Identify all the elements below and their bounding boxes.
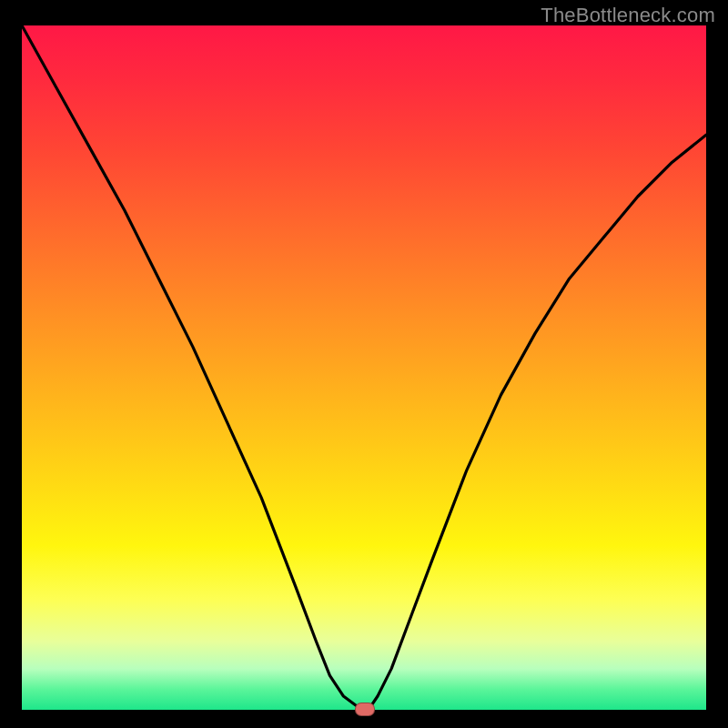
bottleneck-curve (22, 25, 706, 710)
chart-frame: TheBottleneck.com (0, 0, 728, 728)
optimal-point-marker (355, 703, 375, 716)
plot-area (22, 25, 706, 710)
watermark-text: TheBottleneck.com (541, 4, 715, 27)
